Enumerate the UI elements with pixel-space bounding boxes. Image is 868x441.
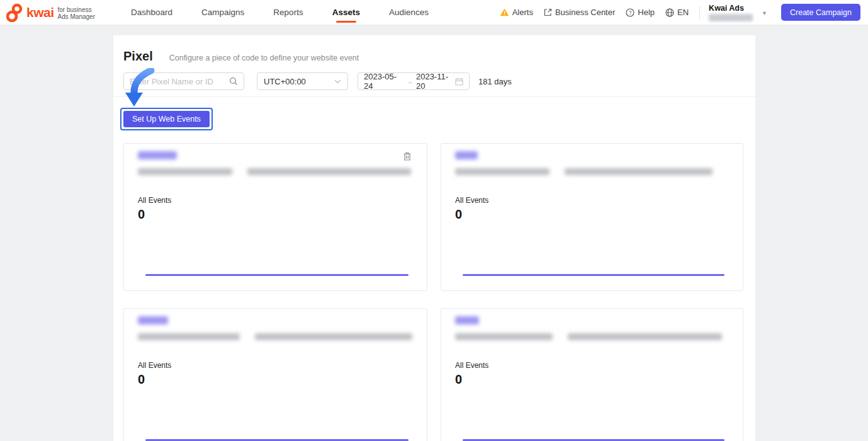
metric-value: 0 (455, 372, 729, 387)
help-button[interactable]: ? Help (626, 8, 655, 17)
nav-item-reports[interactable]: Reports (259, 0, 317, 25)
question-circle-icon: ? (626, 8, 634, 17)
card-metric: All Events 0 (455, 196, 729, 222)
pixel-search-box (123, 72, 244, 90)
search-input[interactable] (130, 77, 229, 86)
pixel-card: All Events 0 (441, 308, 743, 441)
svg-text:?: ? (629, 9, 632, 15)
card-metric: All Events 0 (455, 361, 729, 387)
alert-triangle-icon (500, 8, 509, 16)
primary-nav: Dashboard Campaigns Reports Assets Audie… (116, 0, 443, 25)
pixel-name-blurred[interactable] (138, 316, 168, 324)
metric-label: All Events (455, 361, 729, 370)
nav-item-dashboard[interactable]: Dashboard (116, 0, 187, 25)
logo-tagline-line1: for business (58, 6, 95, 13)
setup-web-events-button[interactable]: Set Up Web Events (123, 111, 210, 127)
create-campaign-button[interactable]: Create Campaign (781, 4, 860, 21)
date-range-picker[interactable]: 2023-05-24 → 2023-11-20 (358, 72, 470, 90)
calendar-icon (455, 77, 463, 86)
help-label: Help (638, 8, 655, 17)
page-subtitle: Configure a piece of code to define your… (169, 54, 359, 62)
search-icon[interactable] (229, 77, 238, 86)
timezone-select[interactable]: UTC+00:00 (257, 72, 348, 90)
page-title: Pixel (123, 49, 153, 64)
metric-value: 0 (455, 207, 729, 222)
logo-tagline-line2: Ads Manager (58, 13, 95, 20)
date-start: 2023-05-24 (364, 72, 403, 91)
logo-tagline: for business Ads Manager (58, 6, 95, 20)
kwai-logo-text: kwai (26, 5, 54, 20)
pixel-id-blurred (138, 168, 413, 175)
business-center-label: Business Center (555, 8, 615, 17)
account-id-blurred (709, 14, 753, 21)
pixel-card: All Events 0 (123, 143, 427, 291)
pixel-card: All Events 0 (123, 308, 427, 441)
pixel-id-blurred (455, 168, 729, 175)
kwai-logo-icon (6, 3, 23, 22)
business-center-link[interactable]: Business Center (544, 8, 615, 17)
external-link-icon (544, 8, 552, 16)
account-name: Kwai Ads (709, 4, 744, 13)
metric-label: All Events (138, 196, 413, 205)
card-metric: All Events 0 (138, 361, 413, 387)
date-end: 2023-11-20 (416, 72, 455, 91)
pixel-name-blurred[interactable] (455, 316, 479, 324)
setup-section: Set Up Web Events (113, 97, 755, 131)
pixel-id-blurred (138, 333, 413, 340)
kwai-logo[interactable]: kwai for business Ads Manager (6, 3, 95, 22)
date-arrow: → (406, 77, 414, 86)
globe-icon (665, 8, 674, 17)
events-flatline-chart (463, 274, 724, 276)
annotation-highlight-box: Set Up Web Events (120, 108, 213, 130)
alerts-label: Alerts (512, 8, 533, 17)
nav-utilities: Alerts Business Center ? Help (489, 4, 860, 21)
pixel-card: All Events 0 (441, 143, 743, 291)
nav-item-assets[interactable]: Assets (318, 0, 375, 25)
top-nav: kwai for business Ads Manager Dashboard … (0, 0, 868, 25)
date-range-duration: 181 days (478, 77, 512, 86)
nav-item-campaigns[interactable]: Campaigns (187, 0, 259, 25)
timezone-value: UTC+00:00 (264, 77, 306, 86)
delete-pixel-button[interactable] (403, 152, 412, 164)
language-label: EN (677, 8, 689, 17)
filter-bar: UTC+00:00 2023-05-24 → 2023-11-20 181 da… (113, 64, 755, 90)
pixel-name-blurred[interactable] (455, 151, 478, 159)
metric-value: 0 (138, 372, 413, 387)
metric-value: 0 (138, 207, 413, 222)
metric-label: All Events (455, 196, 729, 205)
alerts-button[interactable]: Alerts (500, 8, 533, 17)
trash-icon (403, 152, 412, 161)
language-switcher[interactable]: EN (665, 8, 689, 17)
page-header: Pixel Configure a piece of code to defin… (113, 35, 755, 64)
pixel-panel: Pixel Configure a piece of code to defin… (113, 35, 755, 441)
nav-separator (699, 6, 700, 20)
nav-item-audiences[interactable]: Audiences (375, 0, 443, 25)
account-switcher[interactable]: Kwai Ads ▼ (709, 4, 771, 21)
events-flatline-chart (145, 274, 409, 276)
pixel-id-blurred (455, 333, 729, 340)
card-metric: All Events 0 (138, 196, 413, 222)
pixel-name-blurred[interactable] (138, 151, 177, 159)
pixel-cards-grid: All Events 0 All Events 0 (113, 131, 755, 441)
chevron-down-icon (334, 79, 341, 84)
chevron-down-icon: ▼ (762, 10, 767, 16)
metric-label: All Events (138, 361, 413, 370)
